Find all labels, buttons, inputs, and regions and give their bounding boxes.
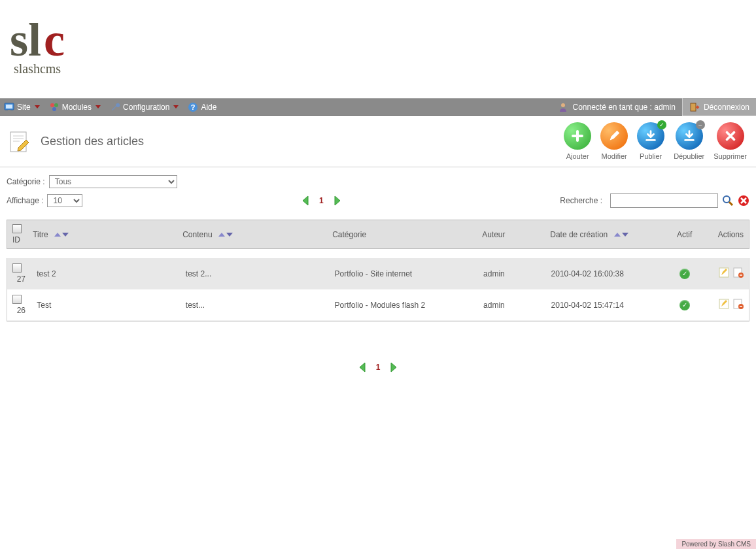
publish-label: Publier bbox=[640, 152, 662, 160]
user-status: Connecté en tant que : admin bbox=[558, 102, 675, 112]
wrench-icon bbox=[110, 102, 120, 112]
chevron-down-icon bbox=[95, 105, 101, 108]
header-id: ID bbox=[12, 235, 20, 244]
x-icon bbox=[717, 122, 744, 150]
row-delete-button[interactable] bbox=[733, 299, 744, 309]
menu-configuration-label: Configuration bbox=[123, 103, 169, 112]
edit-document-icon bbox=[7, 128, 33, 154]
category-label: Catégorie : bbox=[7, 177, 45, 186]
display-select[interactable]: 10 bbox=[47, 194, 82, 207]
prev-page-button[interactable] bbox=[300, 194, 313, 207]
logout-label: Déconnexion bbox=[704, 103, 749, 112]
articles-table: ID Titre Contenu Catégorie Auteur Date d… bbox=[7, 220, 749, 249]
add-label: Ajouter bbox=[566, 152, 589, 160]
logo-subtitle: slashcms bbox=[14, 61, 61, 76]
next-page-button[interactable] bbox=[330, 194, 343, 207]
chevron-down-icon bbox=[35, 105, 40, 108]
prev-page-button[interactable] bbox=[356, 361, 369, 374]
pencil-icon bbox=[600, 122, 628, 150]
svg-rect-1 bbox=[6, 105, 12, 108]
user-username: admin bbox=[654, 103, 676, 112]
menu-aide[interactable]: ? Aide bbox=[188, 102, 216, 112]
search-input[interactable] bbox=[610, 193, 718, 208]
modules-icon bbox=[49, 102, 60, 112]
table-row[interactable]: 27test 2test 2...Portfolio - Site intern… bbox=[7, 258, 749, 290]
table-row[interactable]: 26Testtest...Portfolio - Modules flash 2… bbox=[7, 290, 749, 321]
row-edit-button[interactable] bbox=[719, 299, 729, 309]
delete-label: Supprimer bbox=[713, 152, 747, 160]
row-delete-button[interactable] bbox=[733, 267, 744, 278]
delete-button[interactable]: Supprimer bbox=[713, 122, 747, 160]
logout-button[interactable]: Déconnexion bbox=[682, 98, 756, 116]
search-button[interactable] bbox=[722, 195, 734, 207]
row-checkbox[interactable] bbox=[12, 295, 22, 304]
page-title-bar: Gestion des articles Ajouter Modifier ✓ … bbox=[0, 116, 756, 167]
minus-badge-icon: – bbox=[696, 120, 705, 129]
svg-rect-9 bbox=[691, 103, 696, 111]
sort-asc-icon[interactable] bbox=[218, 233, 225, 237]
page-number: 1 bbox=[376, 363, 381, 372]
category-select[interactable]: Tous bbox=[49, 175, 177, 188]
menu-modules[interactable]: Modules bbox=[49, 102, 101, 112]
svg-point-8 bbox=[561, 103, 565, 107]
unpublish-button[interactable]: – Dépublier bbox=[674, 122, 704, 160]
sort-asc-icon[interactable] bbox=[614, 233, 621, 237]
svg-text:?: ? bbox=[191, 103, 196, 111]
svg-point-11 bbox=[723, 196, 730, 203]
menu-aide-label: Aide bbox=[201, 103, 216, 112]
user-icon bbox=[558, 102, 568, 112]
menu-site[interactable]: Site bbox=[4, 102, 40, 112]
edit-label: Modifier bbox=[602, 152, 627, 160]
search-label: Recherche : bbox=[560, 196, 602, 205]
menu-configuration[interactable]: Configuration bbox=[110, 102, 179, 112]
header-categorie[interactable]: Catégorie bbox=[332, 230, 366, 239]
row-edit-button[interactable] bbox=[719, 267, 729, 278]
active-icon: ✓ bbox=[679, 300, 690, 310]
select-all-checkbox[interactable] bbox=[12, 224, 22, 233]
header-actions: Actions bbox=[718, 230, 744, 239]
header-actif: Actif bbox=[677, 230, 692, 239]
svg-rect-2 bbox=[8, 110, 10, 111]
page-number: 1 bbox=[319, 196, 324, 205]
help-icon: ? bbox=[188, 102, 198, 112]
header-logo: slc slashcms bbox=[0, 0, 756, 98]
logout-icon bbox=[689, 102, 700, 112]
user-status-prefix: Connecté en tant que : bbox=[572, 103, 654, 112]
header-date[interactable]: Date de création bbox=[550, 230, 608, 239]
svg-point-4 bbox=[54, 103, 58, 107]
sort-desc-icon[interactable] bbox=[622, 233, 628, 237]
next-page-button[interactable] bbox=[387, 361, 400, 374]
header-contenu[interactable]: Contenu bbox=[182, 230, 212, 239]
row-checkbox[interactable] bbox=[12, 263, 22, 273]
menu-modules-label: Modules bbox=[62, 103, 92, 112]
display-label: Affichage : bbox=[7, 196, 43, 205]
header-titre[interactable]: Titre bbox=[33, 230, 48, 239]
menubar: Site Modules Configuration ? Aide bbox=[0, 98, 756, 116]
publish-button[interactable]: ✓ Publier bbox=[637, 122, 664, 160]
menu-site-label: Site bbox=[17, 103, 31, 112]
plus-icon bbox=[564, 122, 591, 150]
download-icon: – bbox=[676, 122, 703, 150]
check-badge-icon: ✓ bbox=[657, 120, 666, 129]
sort-desc-icon[interactable] bbox=[226, 233, 233, 237]
logo: slc slashcms bbox=[10, 22, 65, 77]
monitor-icon bbox=[4, 102, 14, 112]
active-icon: ✓ bbox=[679, 269, 690, 279]
chevron-down-icon bbox=[173, 105, 179, 108]
sort-desc-icon[interactable] bbox=[62, 233, 69, 237]
page-title: Gestion des articles bbox=[41, 135, 144, 148]
clear-search-button[interactable] bbox=[738, 195, 749, 207]
edit-button[interactable]: Modifier bbox=[600, 122, 628, 160]
svg-point-3 bbox=[50, 103, 54, 107]
download-icon: ✓ bbox=[637, 122, 664, 150]
header-auteur[interactable]: Auteur bbox=[482, 230, 505, 239]
svg-point-5 bbox=[52, 107, 56, 111]
sort-asc-icon[interactable] bbox=[54, 233, 61, 237]
unpublish-label: Dépublier bbox=[674, 152, 704, 160]
add-button[interactable]: Ajouter bbox=[564, 122, 591, 160]
